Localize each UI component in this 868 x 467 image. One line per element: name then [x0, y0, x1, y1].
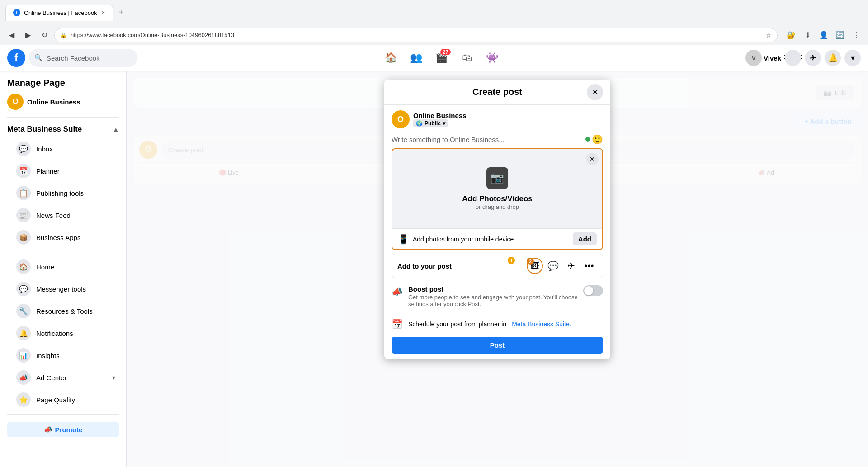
sidebar-item-business-apps[interactable]: 📦 Business Apps	[4, 226, 123, 248]
app-layout: f 🔍 Search Facebook 🏠 👥 🎬 27 🛍 👾 V Vivek…	[0, 45, 868, 467]
sidebar-item-ad-center[interactable]: 📣 Ad Center ▾	[4, 367, 123, 388]
sidebar-label-home: Home	[36, 263, 54, 271]
sidebar-item-publishing-tools[interactable]: 📋 Publishing tools	[4, 182, 123, 204]
meta-business-suite-header: Meta Business Suite ▲	[0, 121, 126, 137]
sidebar-item-planner[interactable]: 📅 Planner	[4, 160, 123, 182]
modal-header: Create post ✕	[384, 80, 610, 105]
search-placeholder: Search Facebook	[47, 54, 100, 62]
browser-tabs: f Online Business | Facebook ✕ +	[5, 5, 127, 21]
sidebar: Manage Page O Online Business Meta Busin…	[0, 71, 127, 467]
menu-button[interactable]: ⋮	[850, 29, 863, 42]
business-apps-icon: 📦	[16, 230, 31, 245]
collapse-icon[interactable]: ▲	[113, 126, 119, 133]
nav-friends-button[interactable]: 👥	[406, 47, 427, 69]
ad-center-icon: 📣	[16, 370, 31, 385]
browser-actions: 🔐 ⬇ 👤 🔄 ⋮	[785, 29, 863, 42]
download-button[interactable]: ⬇	[801, 29, 814, 42]
promote-button[interactable]: 📣 Promote	[7, 422, 119, 437]
post-text-placeholder[interactable]: Write something to Online Business...	[392, 136, 505, 143]
facebook-logo: f	[7, 49, 25, 67]
schedule-link[interactable]: Meta Business Suite.	[512, 321, 571, 328]
account-button[interactable]: ▾	[844, 50, 861, 66]
add-icon-whatsapp[interactable]: 💬	[545, 258, 561, 274]
boost-subtitle: Get more people to see and engage with y…	[408, 294, 578, 307]
create-post-modal: Create post ✕ O Online Business 🌍	[384, 80, 610, 359]
emoji-button[interactable]: 🙂	[592, 134, 603, 145]
post-author-name: Online Business	[413, 112, 467, 119]
sidebar-item-notifications[interactable]: 🔔 Notifications	[4, 322, 123, 344]
user-avatar: V	[745, 50, 762, 66]
messenger-tools-icon: 💬	[16, 282, 31, 296]
number-badge-2: 2	[527, 258, 534, 265]
modal-close-button[interactable]: ✕	[587, 84, 603, 100]
sidebar-label-page-quality: Page Quality	[36, 396, 75, 404]
nav-center: 🏠 👥 🎬 27 🛍 👾	[137, 47, 745, 69]
post-author-row: O Online Business 🌍 Public ▾	[392, 110, 603, 128]
mobile-upload-left: 📱 Add photos from your mobile device.	[398, 234, 515, 245]
sidebar-item-news-feed[interactable]: 📰 News Feed	[4, 204, 123, 226]
sidebar-label-resources-tools: Resources & Tools	[36, 307, 93, 315]
insights-icon: 📊	[16, 348, 31, 363]
page-name: Online Business	[27, 98, 80, 106]
extensions-button[interactable]: 🔐	[785, 29, 797, 42]
address-bar[interactable]: 🔒 https://www.facebook.com/Online-Busine…	[54, 28, 778, 42]
mobile-add-button[interactable]: Add	[573, 232, 597, 245]
visibility-selector[interactable]: 🌍 Public ▾	[413, 119, 448, 127]
main-content: 📷 Edit + Add a button O Create post 🔴 Li…	[127, 71, 868, 467]
star-icon[interactable]: ☆	[766, 32, 772, 39]
mobile-icon: 📱	[398, 234, 409, 245]
add-to-post-label: Add to your post	[397, 262, 452, 270]
boost-title: Boost post	[408, 285, 578, 293]
forward-button[interactable]: ▶	[22, 29, 34, 42]
post-author-avatar: O	[392, 110, 410, 128]
promote-label: Promote	[55, 426, 83, 434]
sidebar-item-resources-tools[interactable]: 🔧 Resources & Tools	[4, 300, 123, 322]
post-button[interactable]: Post	[392, 337, 603, 354]
lock-icon: 🔒	[60, 32, 67, 38]
photo-add-subtitle: or drag and drop	[476, 203, 519, 210]
refresh-button[interactable]: ↻	[38, 29, 51, 42]
sidebar-label-notifications: Notifications	[36, 330, 73, 337]
tab-close-button[interactable]: ✕	[101, 9, 105, 16]
add-icon-messenger[interactable]: ✈	[563, 258, 579, 274]
new-tab-button[interactable]: +	[115, 6, 127, 19]
sidebar-item-page-quality[interactable]: ⭐ Page Quality	[4, 389, 123, 410]
sidebar-item-insights[interactable]: 📊 Insights	[4, 344, 123, 366]
nav-video-button[interactable]: 🎬 27	[431, 47, 453, 69]
sidebar-label-insights: Insights	[36, 352, 60, 359]
resources-icon: 🔧	[16, 304, 31, 318]
add-icon-more[interactable]: •••	[581, 258, 597, 274]
nav-home-button[interactable]: 🏠	[380, 47, 402, 69]
photo-add-title: Add Photos/Videos	[462, 194, 533, 203]
sidebar-item-inbox[interactable]: 💬 Inbox	[4, 138, 123, 160]
sidebar-item-messenger-tools[interactable]: 💬 Messenger tools	[4, 278, 123, 300]
user-profile-area[interactable]: V Vivek	[745, 50, 781, 66]
news-feed-icon: 📰	[16, 208, 31, 222]
photo-drop-close-button[interactable]: ✕	[586, 153, 599, 165]
back-button[interactable]: ◀	[5, 29, 18, 42]
grid-button[interactable]: ⋮⋮⋮	[785, 50, 801, 66]
messenger-button[interactable]: ✈	[805, 50, 821, 66]
photo-drop-zone[interactable]: ✕ 📷 Add Photos/Videos or drag and drop	[392, 149, 602, 228]
sidebar-item-home[interactable]: 🏠 Home	[4, 256, 123, 278]
search-bar[interactable]: 🔍 Search Facebook	[29, 49, 137, 67]
text-actions: 🙂	[585, 134, 603, 145]
active-tab[interactable]: f Online Business | Facebook ✕	[5, 5, 113, 21]
visibility-label: Public	[425, 120, 441, 127]
visibility-icon: 🌍	[416, 120, 423, 127]
manage-page-title: Manage Page	[0, 74, 126, 90]
schedule-icon: 📅	[392, 319, 403, 330]
photo-icon-symbol: 📷	[491, 172, 504, 184]
green-dot	[585, 137, 590, 142]
add-icon-photo-video[interactable]: 🖼 2	[527, 258, 543, 274]
notifications-button[interactable]: 🔔	[825, 50, 841, 66]
boost-toggle[interactable]	[583, 285, 603, 296]
sync-button[interactable]: 🔄	[834, 29, 846, 42]
nav-marketplace-button[interactable]: 🛍	[456, 47, 478, 69]
mobile-upload-text: Add photos from your mobile device.	[413, 236, 515, 243]
add-icon-number1[interactable]: 1	[509, 258, 525, 274]
profile-button[interactable]: 👤	[817, 29, 830, 42]
toggle-knob	[584, 286, 593, 295]
nav-gaming-button[interactable]: 👾	[481, 47, 503, 69]
sidebar-label-inbox: Inbox	[36, 145, 53, 153]
